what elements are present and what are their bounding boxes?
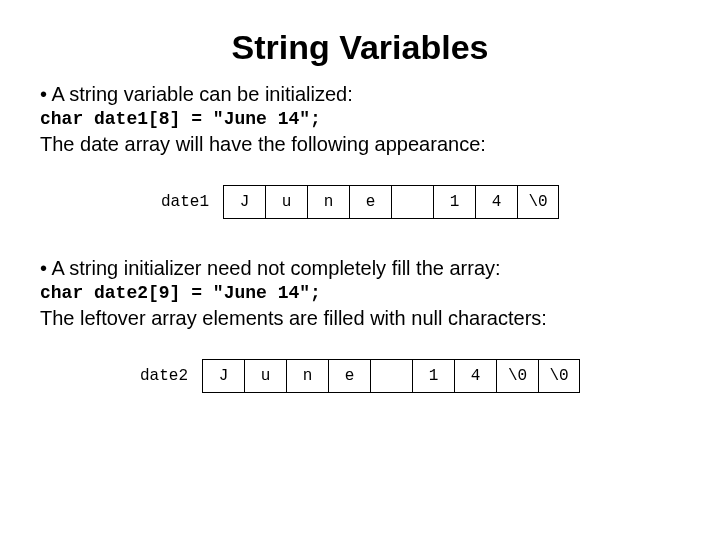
slide: String Variables • A string variable can… (0, 0, 720, 423)
array-figure-1: date1 J u n e 1 4 \0 (40, 185, 680, 219)
code-2: char date2[9] = "June 14"; (40, 283, 680, 303)
after-2: The leftover array elements are filled w… (40, 305, 680, 331)
array-cell: J (223, 185, 265, 219)
slide-title: String Variables (40, 28, 680, 67)
bullet-2: • A string initializer need not complete… (40, 255, 680, 281)
array-cell: 1 (433, 185, 475, 219)
array-cell: 4 (454, 359, 496, 393)
array-cell: 1 (412, 359, 454, 393)
array-cell: J (202, 359, 244, 393)
array-cell: \0 (517, 185, 559, 219)
array-cell: e (349, 185, 391, 219)
array-cell: \0 (538, 359, 580, 393)
array-cell: n (286, 359, 328, 393)
array-cell: n (307, 185, 349, 219)
array-cell: u (244, 359, 286, 393)
after-1: The date array will have the following a… (40, 131, 680, 157)
array-1-boxes: J u n e 1 4 \0 (223, 185, 559, 219)
array-2-boxes: J u n e 1 4 \0 \0 (202, 359, 580, 393)
array-1-label: date1 (161, 193, 209, 211)
array-cell (370, 359, 412, 393)
array-cell (391, 185, 433, 219)
array-2-label: date2 (140, 367, 188, 385)
bullet-1: • A string variable can be initialized: (40, 81, 680, 107)
code-1: char date1[8] = "June 14"; (40, 109, 680, 129)
spacer (40, 229, 680, 253)
array-cell: 4 (475, 185, 517, 219)
array-figure-2: date2 J u n e 1 4 \0 \0 (40, 359, 680, 393)
array-cell: u (265, 185, 307, 219)
array-cell: e (328, 359, 370, 393)
array-cell: \0 (496, 359, 538, 393)
